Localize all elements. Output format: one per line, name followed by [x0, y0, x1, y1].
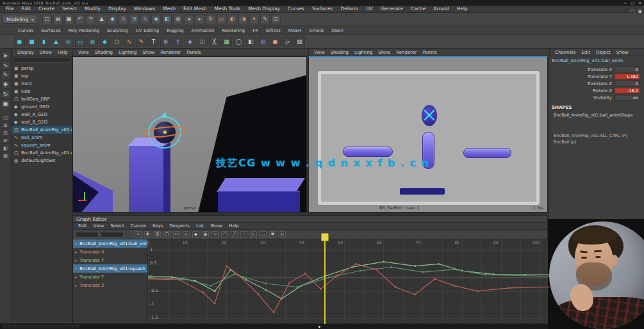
viewport-menu-item[interactable]: Renderer: [393, 50, 419, 55]
poly-sphere-icon[interactable]: ●: [14, 36, 25, 47]
outliner-item[interactable]: ▢ BncBall_AnimRig_v01:rig_GRP: [12, 126, 72, 134]
construction-history-icon[interactable]: ↻: [206, 15, 215, 24]
shelf-tab[interactable]: Rendering: [219, 28, 249, 33]
command-input-field[interactable]: [3, 325, 79, 328]
stats-value-field[interactable]: [101, 232, 124, 237]
panel-toggle-icon[interactable]: ◫: [271, 15, 281, 24]
viewport-menu-item[interactable]: Shading: [92, 50, 115, 55]
graph-editor-menu-item[interactable]: View: [90, 223, 108, 229]
outliner-item[interactable]: ▣ persp: [12, 65, 72, 72]
save-scene-icon[interactable]: ▦: [64, 15, 74, 24]
shelf-tab[interactable]: Animation: [188, 28, 219, 33]
menu-item[interactable]: Surfaces: [308, 6, 336, 12]
clamped-tangents-icon[interactable]: ◠: [221, 231, 228, 238]
ep-curve-icon[interactable]: ∿: [124, 36, 135, 47]
channel-value-field[interactable]: 0: [615, 67, 640, 72]
shelf-tab[interactable]: Poly Modeling: [65, 28, 103, 33]
unify-tangents-icon[interactable]: ∪: [279, 231, 286, 238]
outliner-search-field[interactable]: [13, 58, 70, 63]
viewport-menu-item[interactable]: View: [311, 50, 327, 55]
ipr-render-icon[interactable]: ◑: [238, 15, 248, 24]
sculpt-tool-icon[interactable]: ●: [270, 36, 281, 47]
shelf-tab[interactable]: Sculpting: [103, 28, 132, 33]
region-tool-icon[interactable]: ▢: [163, 231, 170, 238]
menu-item[interactable]: Select: [58, 6, 81, 12]
render-view-icon[interactable]: ▭: [217, 15, 226, 24]
pencil-curve-icon[interactable]: ✎: [136, 36, 147, 47]
move-manipulator-center[interactable]: [428, 114, 431, 116]
outliner-item[interactable]: ▢ ballGeo_GRP: [12, 95, 72, 103]
stats-time-field[interactable]: [76, 232, 99, 237]
menu-item[interactable]: Mesh Display: [244, 6, 284, 12]
outliner-item[interactable]: ◍ defaultLightSet: [12, 157, 72, 164]
menu-item[interactable]: Generate: [377, 6, 407, 12]
bridge-icon[interactable]: ◫: [197, 36, 208, 47]
viewport-menu-item[interactable]: Show: [376, 50, 393, 55]
shelf-tab[interactable]: FX: [249, 28, 262, 33]
multi-cut-icon[interactable]: ╳: [209, 36, 220, 47]
snap-point-icon[interactable]: ◉: [151, 15, 161, 24]
shelf-tab[interactable]: MASH: [285, 28, 306, 33]
channel-row[interactable]: ▸ Translate X: [73, 248, 147, 256]
input-connections-icon[interactable]: ◂: [184, 15, 194, 24]
outliner-item[interactable]: ◆ wall_A_GEO: [12, 111, 72, 118]
outliner-item[interactable]: ∿ ball_anim: [12, 134, 72, 141]
channel-value-field[interactable]: on: [615, 95, 640, 100]
smooth-mesh-icon[interactable]: ◯: [233, 36, 244, 47]
menu-item[interactable]: Help: [453, 6, 472, 12]
channel-value-field[interactable]: -16.2: [615, 88, 640, 93]
redo-icon[interactable]: ↷: [86, 15, 95, 24]
menu-item[interactable]: Modify: [81, 6, 104, 12]
menu-item[interactable]: UV: [362, 6, 377, 12]
select-component-icon[interactable]: ◇: [119, 15, 128, 24]
frame-all-icon[interactable]: ◇: [183, 231, 190, 238]
channel-row[interactable]: ▾ BncBall_AnimRig_v01:ball_anim: [73, 239, 147, 248]
shelf-tab[interactable]: Arnold: [305, 28, 327, 33]
menu-item[interactable]: Mesh Tools: [211, 6, 245, 12]
layout-three-pane-icon[interactable]: ◧: [1, 145, 10, 152]
expand-arrow-icon[interactable]: ▸: [75, 275, 79, 279]
viewport-menu-item[interactable]: Renderer: [158, 50, 183, 55]
graph-editor-menu-item[interactable]: Select: [107, 223, 128, 229]
platonic-solid-icon[interactable]: ◆: [99, 36, 110, 47]
nurbs-circle-icon[interactable]: ○: [111, 36, 122, 47]
curve-view[interactable]: 10.50-0.5-1-1.5 0102030405060708090100: [148, 239, 549, 324]
command-line[interactable]: [0, 323, 548, 329]
lattice-deform-keys-icon[interactable]: ⊞: [154, 231, 161, 238]
paint-effects-icon[interactable]: ✎: [260, 15, 270, 24]
outliner-menu-item[interactable]: Show: [37, 50, 54, 55]
shelf-tab[interactable]: XGen: [327, 28, 347, 33]
menu-item[interactable]: Edit: [18, 6, 35, 12]
menu-item[interactable]: Edit Mesh: [179, 6, 211, 12]
expand-arrow-icon[interactable]: ▾: [75, 266, 79, 271]
layout-two-pane-stacked-icon[interactable]: ⊟: [1, 138, 10, 144]
poly-cone-icon[interactable]: ▲: [51, 36, 62, 47]
layout-two-pane-side-icon[interactable]: ◫: [1, 130, 10, 136]
node-name[interactable]: BncBall_AnimRig_v01:ball_anim: [552, 58, 641, 63]
make-live-icon[interactable]: ◍: [173, 15, 183, 24]
flat-tangents-icon[interactable]: ─: [240, 231, 247, 238]
open-scene-icon[interactable]: ▤: [53, 15, 63, 24]
shelf-tab[interactable]: UV Editing: [132, 28, 163, 33]
outliner-item[interactable]: ◆ ground_GEO: [12, 103, 72, 111]
layout-four-pane-icon[interactable]: ⊞: [1, 122, 10, 129]
outliner-item[interactable]: ▢ BncBall_AnimRig_v01:geo_GRP: [12, 149, 72, 157]
menu-item[interactable]: Create: [35, 6, 58, 12]
viewport-camera[interactable]: BB_BallRoll : take 1 1 fps: [308, 56, 548, 213]
quad-draw-icon[interactable]: ▦: [221, 36, 232, 47]
boolean-union-icon[interactable]: ⊕: [160, 36, 171, 47]
render-frame-icon[interactable]: ◐: [227, 15, 237, 24]
poly-cylinder-icon[interactable]: ▮: [38, 36, 49, 47]
menu-item[interactable]: Display: [104, 6, 130, 12]
menuset-dropdown[interactable]: Modeling ▾: [3, 15, 37, 24]
outliner-item[interactable]: ∿ squash_anim: [12, 141, 72, 149]
paint-select-tool-icon[interactable]: ✎: [1, 70, 10, 79]
channel-row[interactable]: ▸ Translate Y: [73, 273, 147, 281]
viewport-persp[interactable]: persp 1 fps: [72, 56, 307, 213]
insert-keys-icon[interactable]: ✚: [144, 231, 151, 238]
mirror-geometry-icon[interactable]: ◧: [245, 36, 256, 47]
render-settings-icon[interactable]: ✦: [249, 15, 259, 24]
layout-outliner-persp-icon[interactable]: ▤: [1, 153, 10, 159]
new-scene-icon[interactable]: ▢: [42, 15, 52, 24]
shelf-tab[interactable]: Curves: [14, 28, 37, 33]
